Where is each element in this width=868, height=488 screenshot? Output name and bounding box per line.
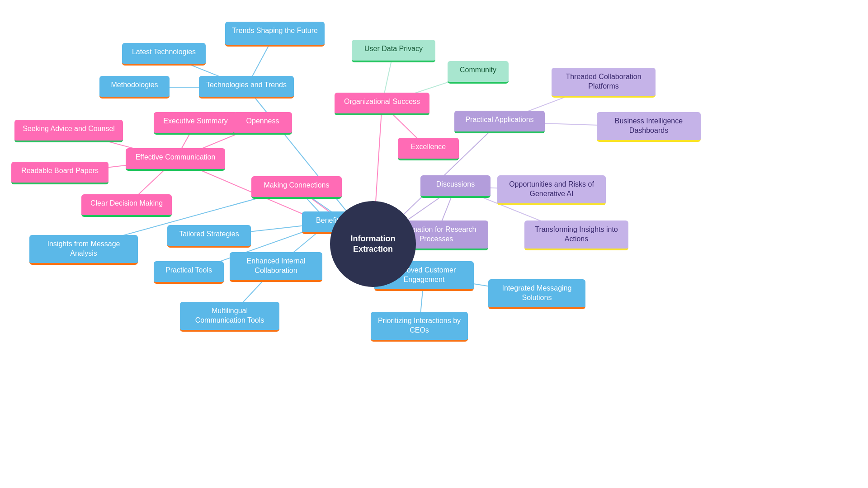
- node-trends-shaping[interactable]: Trends Shaping the Future: [225, 22, 325, 47]
- node-practical-apps[interactable]: Practical Applications: [454, 111, 545, 133]
- node-community[interactable]: Community: [448, 61, 509, 84]
- node-latest-tech[interactable]: Latest Technologies: [122, 43, 206, 66]
- node-user-data[interactable]: User Data Privacy: [352, 40, 435, 62]
- node-tailored[interactable]: Tailored Strategies: [167, 225, 251, 248]
- node-transforming[interactable]: Transforming Insights into Actions: [524, 221, 628, 250]
- node-clear-decision[interactable]: Clear Decision Making: [81, 194, 172, 217]
- node-insights-msg[interactable]: Insights from Message Analysis: [29, 235, 138, 265]
- node-readable-board[interactable]: Readable Board Papers: [11, 162, 108, 184]
- node-opps-risks[interactable]: Opportunities and Risks of Generative AI: [497, 175, 606, 205]
- node-making-connections[interactable]: Making Connections: [251, 176, 342, 199]
- node-seeking-advice[interactable]: Seeking Advice and Counsel: [14, 120, 123, 142]
- node-enhanced-collab[interactable]: Enhanced Internal Collaboration: [230, 252, 322, 282]
- node-organizational[interactable]: Organizational Success: [335, 93, 429, 115]
- node-discussions[interactable]: Discussions: [420, 175, 491, 198]
- node-multilingual[interactable]: Multilingual Communication Tools: [180, 302, 279, 332]
- node-practical-tools[interactable]: Practical Tools: [154, 261, 224, 284]
- node-integrated-msg[interactable]: Integrated Messaging Solutions: [488, 279, 585, 309]
- node-effective-comm[interactable]: Effective Communication: [126, 148, 225, 171]
- node-methodologies[interactable]: Methodologies: [99, 76, 170, 99]
- node-biz-intel[interactable]: Business Intelligence Dashboards: [597, 112, 701, 142]
- node-executive-summary[interactable]: Executive Summary: [154, 112, 237, 135]
- node-openness[interactable]: Openness: [233, 112, 292, 135]
- node-center[interactable]: Information Extraction: [330, 201, 416, 287]
- node-prioritizing[interactable]: Prioritizing Interactions by CEOs: [371, 312, 468, 342]
- node-threaded[interactable]: Threaded Collaboration Platforms: [552, 68, 656, 98]
- mindmap-container: Trends Shaping the FutureLatest Technolo…: [0, 0, 868, 488]
- node-tech-trends[interactable]: Technologies and Trends: [199, 76, 294, 99]
- node-excellence[interactable]: Excellence: [398, 138, 459, 160]
